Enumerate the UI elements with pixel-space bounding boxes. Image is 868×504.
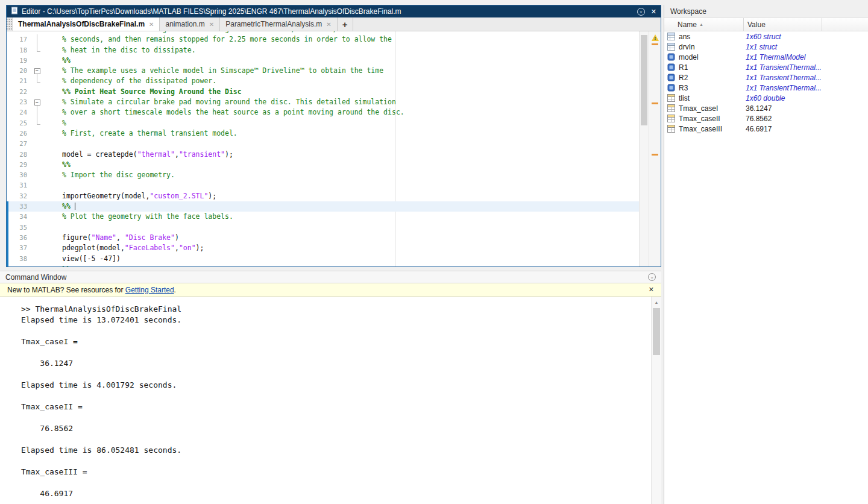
banner-close-icon[interactable]: ✕	[649, 286, 654, 294]
warning-marker[interactable]	[652, 43, 658, 45]
code-line[interactable]: 22%% Point Heat Source Moving Around the…	[7, 87, 639, 97]
editor-close-icon[interactable]: ✕	[651, 8, 656, 16]
editor-tab[interactable]: ParametricThermalAnalysis.m✕	[220, 17, 337, 31]
code-text: % Import the disc geometry.	[44, 170, 175, 180]
line-number: 20	[7, 66, 31, 76]
code-token: %% Point Heat Source Moving Around the D…	[62, 87, 242, 96]
code-line[interactable]: 36figure("Name", "Disc Brake")	[7, 233, 639, 243]
workspace-row[interactable]: Tmax_caseIII46.6917	[664, 124, 868, 134]
tab-close-icon[interactable]: ✕	[209, 21, 214, 28]
code-line[interactable]: 39%%	[7, 264, 639, 266]
scroll-up-icon[interactable]: ▲	[652, 300, 661, 304]
code-text: % Plot the geometry with the face labels…	[44, 212, 233, 222]
workspace-row[interactable]: Tmax_caseII76.8562	[664, 113, 868, 124]
column-header-name[interactable]: Name ▲	[664, 18, 744, 31]
line-number: 30	[7, 170, 31, 180]
code-fold-icon[interactable]: −	[31, 66, 44, 76]
code-line[interactable]: 24% over a short timescale models the he…	[7, 107, 639, 118]
code-token: % Import the disc geometry.	[62, 171, 175, 179]
code-line[interactable]: 38view([-5 -47])	[7, 254, 639, 264]
code-line[interactable]: 18% heat in the disc to dissipate.	[7, 45, 639, 55]
workspace-row[interactable]: drvIn1x1 struct	[664, 42, 868, 52]
editor-tab[interactable]: animation.m✕	[160, 17, 220, 31]
variable-value: 46.6917	[742, 125, 772, 133]
editor-tab[interactable]: ThermalAnalysisOfDiscBrakeFinal.m✕	[13, 17, 160, 31]
code-text: importGeometry(model,"custom_2.STL");	[44, 191, 216, 201]
code-text	[44, 139, 62, 149]
new-tab-button[interactable]: +	[338, 17, 353, 31]
code-line[interactable]: 37pdegplot(model,"FaceLabels","on");	[7, 243, 639, 253]
editor-code-area[interactable]: 16% Simulate full braking when the car g…	[7, 31, 661, 266]
panel-actions-icon[interactable]: ⌄	[637, 8, 645, 16]
tab-grip-icon[interactable]	[7, 17, 13, 31]
workspace-row[interactable]: R11x1 TransientThermal...	[664, 62, 868, 72]
fold-gutter	[31, 150, 44, 160]
command-window[interactable]: >> ThermalAnalysisOfDiscBrakeFinalElapse…	[0, 297, 661, 504]
code-token: "custom_2.STL"	[149, 192, 208, 200]
fold-gutter	[31, 233, 44, 243]
workspace-rows: ans1x60 structdrvIn1x1 structmodel1x1 Th…	[664, 31, 868, 134]
workspace-row[interactable]: ans1x60 struct	[664, 31, 868, 42]
line-number: 38	[7, 254, 31, 264]
tab-label: animation.m	[165, 20, 204, 28]
workspace-column-headers: Name ▲ Value	[664, 17, 868, 31]
column-header-spacer	[822, 18, 868, 31]
code-line[interactable]: 29%%	[7, 160, 639, 170]
code-line[interactable]: 30% Import the disc geometry.	[7, 170, 639, 180]
code-line[interactable]: 25%	[7, 118, 639, 128]
code-line[interactable]: 27	[7, 139, 639, 149]
code-token: );	[225, 150, 233, 159]
workspace-row[interactable]: tlist1x60 double	[664, 93, 868, 103]
matrix-icon	[667, 115, 677, 122]
line-number: 36	[7, 233, 31, 243]
code-line[interactable]: 21% dependency of the dissipated power.	[7, 76, 639, 86]
code-token: %%	[62, 202, 75, 210]
workspace-panel: Workspace Name ▲ Value ans1x60 structdrv…	[664, 5, 868, 504]
code-line[interactable]: 32importGeometry(model,"custom_2.STL");	[7, 191, 639, 201]
code-line[interactable]: 20−% The example uses a vehicle model in…	[7, 66, 639, 76]
code-line[interactable]: 35	[7, 222, 639, 233]
code-line[interactable]: 19%%	[7, 55, 639, 66]
banner-suffix: .	[174, 286, 176, 294]
warning-icon[interactable]: !	[652, 34, 659, 41]
command-window-header[interactable]: Command Window ⌄	[0, 271, 661, 283]
getting-started-link[interactable]: Getting Started	[125, 286, 174, 294]
column-header-value[interactable]: Value	[744, 18, 822, 31]
warning-marker[interactable]	[652, 102, 658, 104]
code-line[interactable]: 31	[7, 180, 639, 191]
output-line: Tmax_caseI =	[21, 336, 647, 347]
workspace-row[interactable]: R21x1 TransientThermal...	[664, 72, 868, 83]
command-window-scrollbar[interactable]: ▲	[651, 297, 661, 504]
desktop: Editor - C:\Users\TopTierPcs\Downloads\M…	[0, 0, 868, 504]
editor-titlebar[interactable]: Editor - C:\Users\TopTierPcs\Downloads\M…	[7, 5, 661, 17]
tab-close-icon[interactable]: ✕	[149, 21, 154, 28]
workspace-header[interactable]: Workspace	[664, 5, 868, 17]
warning-marker[interactable]	[652, 154, 658, 156]
code-text	[44, 180, 62, 191]
code-line[interactable]: 17% seconds, and then remains stopped fo…	[7, 34, 639, 45]
code-line[interactable]: 33%%	[7, 201, 639, 212]
variable-value: 1x1 TransientThermal...	[742, 74, 822, 82]
tab-close-icon[interactable]: ✕	[326, 21, 331, 28]
variable-name: R3	[677, 84, 742, 92]
variable-name: drvIn	[677, 43, 742, 51]
command-scrollbar-thumb[interactable]	[653, 308, 660, 355]
code-text: %	[44, 118, 66, 128]
editor-tabbar: ThermalAnalysisOfDiscBrakeFinal.m✕animat…	[7, 17, 661, 31]
code-line[interactable]: 23−% Simulate a circular brake pad movin…	[7, 97, 639, 107]
output-line: 36.1247	[21, 358, 647, 369]
command-window-collapse-icon[interactable]: ⌄	[648, 273, 656, 281]
code-token: figure(	[62, 233, 91, 242]
code-line[interactable]: 28model = createpde("thermal","transient…	[7, 150, 639, 160]
line-number: 27	[7, 139, 31, 149]
workspace-row[interactable]: R31x1 TransientThermal...	[664, 83, 868, 93]
code-text: %% Point Heat Source Moving Around the D…	[44, 87, 242, 97]
workspace-row[interactable]: Tmax_caseI36.1247	[664, 103, 868, 113]
editor-scrollbar[interactable]	[639, 31, 649, 266]
code-fold-icon[interactable]: −	[31, 97, 44, 107]
code-line[interactable]: 34% Plot the geometry with the face labe…	[7, 212, 639, 222]
code-line[interactable]: 26% First, create a thermal transient mo…	[7, 128, 639, 139]
workspace-row[interactable]: model1x1 ThermalModel	[664, 52, 868, 62]
editor-scrollbar-thumb[interactable]	[641, 35, 647, 125]
line-number: 34	[7, 212, 31, 222]
